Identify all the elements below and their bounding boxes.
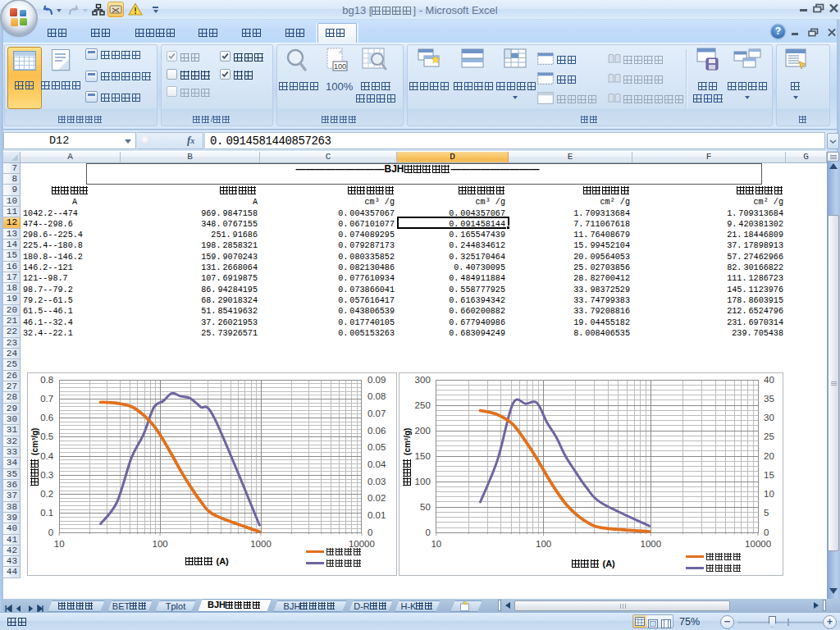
svg-text:0.6: 0.6 [40,413,53,422]
svg-text:0.7: 0.7 [40,393,53,403]
svg-text:100: 100 [153,539,168,549]
svg-text:1000: 1000 [250,539,272,549]
svg-text:30: 30 [764,413,774,422]
svg-text:250: 250 [415,399,431,409]
svg-text:100: 100 [415,476,431,486]
svg-text:10000: 10000 [745,539,771,549]
svg-text:0.1: 0.1 [40,508,53,518]
svg-text:0.2: 0.2 [40,489,53,499]
svg-text:0.01: 0.01 [368,510,386,520]
svg-text:0: 0 [425,527,430,536]
svg-text:0.3: 0.3 [40,469,53,479]
svg-text:0.06: 0.06 [368,425,386,435]
svg-text:15: 15 [764,469,774,479]
svg-text:20: 20 [764,450,774,460]
svg-text:0.07: 0.07 [368,409,386,418]
svg-text:100: 100 [334,62,346,71]
svg-text:0: 0 [764,527,769,536]
svg-text:1000: 1000 [641,539,662,549]
svg-text:0.08: 0.08 [368,391,386,401]
svg-text:300: 300 [415,374,431,384]
svg-text:25: 25 [764,431,774,441]
svg-text:0.8: 0.8 [40,374,53,384]
svg-text:40: 40 [764,374,774,384]
svg-text:0.4: 0.4 [40,450,54,460]
svg-text:0: 0 [368,527,372,536]
svg-text:0.02: 0.02 [368,493,386,503]
svg-text:150: 150 [415,450,431,460]
svg-text:10: 10 [764,489,774,499]
svg-text:0.05: 0.05 [368,442,386,452]
svg-text:35: 35 [764,393,774,403]
svg-text:0.09: 0.09 [368,374,386,384]
svg-text:50: 50 [420,501,431,511]
svg-text:100: 100 [536,539,551,549]
svg-text:10: 10 [431,539,441,549]
svg-text:0: 0 [48,527,53,536]
svg-text:0.5: 0.5 [40,431,53,441]
svg-text:5: 5 [764,508,769,518]
svg-text:200: 200 [415,425,431,435]
svg-text:0.04: 0.04 [368,459,386,469]
svg-text:10: 10 [54,539,65,549]
svg-text:0.03: 0.03 [368,476,386,486]
